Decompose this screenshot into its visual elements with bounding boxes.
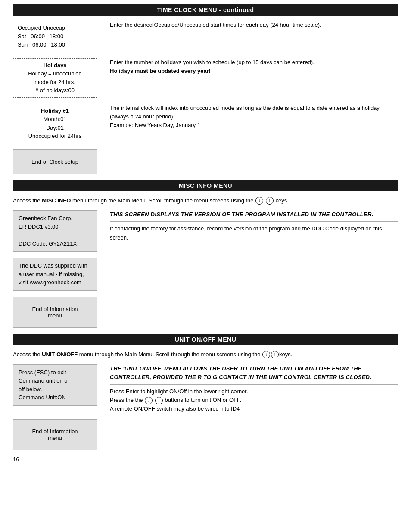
greenheck-box: Greenheck Fan Corp. ER DDC1 v3.00 DDC Co… <box>13 210 97 252</box>
up-btn-inline[interactable]: ↑ <box>155 397 163 404</box>
holidays-box: Holidays Holiday = unoccupied mode for 2… <box>13 58 97 98</box>
press-esc-row: Press (ESC) to exit Command unit on or o… <box>13 364 398 414</box>
greenheck-row: Greenheck Fan Corp. ER DDC1 v3.00 DDC Co… <box>13 210 398 252</box>
end-info-misc-box: End of Informationmenu <box>13 297 97 328</box>
misc-info-section: MISC INFO MENU Access the MISC INFO menu… <box>13 180 398 328</box>
down-button-unit[interactable]: ↓ <box>262 351 270 358</box>
holiday1-box: Holiday #1 Month:01 Day:01 Unoccupied fo… <box>13 104 97 143</box>
time-clock-header: TIME CLOCK MENU - continued <box>13 4 398 16</box>
page-number: 16 <box>13 456 398 463</box>
press-esc-box: Press (ESC) to exit Command unit on or o… <box>13 364 97 406</box>
ddc-supplied-row: The DDC was supplied with a user manual … <box>13 258 398 291</box>
holidays-description: Enter the number of holidays you wish to… <box>110 58 398 75</box>
unit-onoff-access: Access the UNIT ON/OFF menu through the … <box>13 350 398 359</box>
ddc-supplied-box: The DDC was supplied with a user manual … <box>13 258 97 291</box>
end-info-unit-row: End of Informationmenu <box>13 419 398 450</box>
end-info-unit-box: End of Informationmenu <box>13 419 97 450</box>
greenheck-description: This screen displays the version of the … <box>110 210 398 242</box>
occupied-row: Occupied Unoccup Sat 06:00 18:00 Sun 06:… <box>13 21 398 52</box>
holidays-row: Holidays Holiday = unoccupied mode for 2… <box>13 58 398 98</box>
misc-info-access: Access the MISC INFO menu through the Ma… <box>13 196 398 205</box>
holiday1-row: Holiday #1 Month:01 Day:01 Unoccupied fo… <box>13 104 398 143</box>
occupied-description: Enter the desired Occupied/Unoccupied st… <box>110 21 398 29</box>
unit-onoff-header: UNIT ON/OFF MENU <box>13 334 398 345</box>
end-clock-row: End of Clock setup <box>13 149 398 174</box>
occupied-box: Occupied Unoccup Sat 06:00 18:00 Sun 06:… <box>13 21 97 52</box>
holiday1-description: The internal clock will index into unocc… <box>110 104 398 130</box>
end-clock-box: End of Clock setup <box>13 149 97 174</box>
unit-onoff-section: UNIT ON/OFF MENU Access the UNIT ON/OFF … <box>13 334 398 451</box>
up-button-misc[interactable]: ↑ <box>266 197 274 205</box>
down-button-misc[interactable]: ↓ <box>255 197 263 205</box>
time-clock-section: TIME CLOCK MENU - continued Occupied Uno… <box>13 4 398 174</box>
misc-info-header: MISC INFO MENU <box>13 180 398 191</box>
press-esc-description: The 'Unit On/Off' menu allows the user t… <box>110 364 398 414</box>
down-btn-inline[interactable]: ↓ <box>145 397 153 404</box>
end-info-misc-row: End of Informationmenu <box>13 297 398 328</box>
up-button-unit[interactable]: ↑ <box>271 351 279 358</box>
